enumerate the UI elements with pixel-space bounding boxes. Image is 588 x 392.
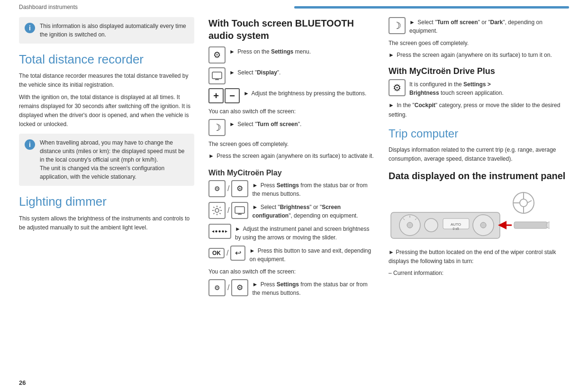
play-bright-pair: / — [208, 202, 248, 219]
instrument-svg: AUTO 0 s5 — [389, 186, 550, 243]
pressing-text: ► Pressing the button located on the end… — [389, 248, 569, 266]
svg-point-32 — [480, 222, 486, 228]
mid-step4-row: ☽ ► Select "Turn off screen". — [208, 119, 374, 136]
svg-point-16 — [520, 199, 527, 207]
play-gear-icon-2: ⚙ — [231, 180, 248, 197]
svg-line-8 — [214, 207, 215, 208]
trip-computer-title: Trip computer — [389, 127, 569, 141]
drive-gear-row: ⚙ It is configured in the Settings >Brig… — [389, 79, 569, 97]
slash-3: / — [226, 249, 228, 257]
minus-icon[interactable]: − — [225, 88, 240, 103]
plus-minus-icons: + − — [208, 88, 240, 103]
svg-line-10 — [220, 207, 221, 208]
lighting-dimmer-body: This system allows the brightness of the… — [19, 214, 194, 232]
settings-gear-icon: ⚙ — [208, 46, 226, 64]
mid-step2-text: ► Select "Display". — [229, 67, 280, 77]
touch-screen-heading: With Touch screen BLUETOOTH audio system — [208, 17, 374, 42]
right-turn-off-text: ► Select "Turn off screen" or "Dark", de… — [409, 17, 569, 35]
display-screen-icon — [208, 67, 226, 84]
play-step4-row: OK / ↩ ► Press this button to save and e… — [208, 246, 374, 264]
svg-line-20 — [527, 201, 532, 203]
svg-line-9 — [220, 213, 221, 214]
svg-text:0 s5: 0 s5 — [452, 227, 459, 230]
plus-icon[interactable]: + — [208, 88, 224, 103]
mid-step3-row: + − ► Adjust the brightness by pressing … — [208, 88, 374, 103]
current-info-text: – Current information: — [389, 269, 569, 278]
right-moon-icon: ☽ — [389, 17, 406, 34]
info-box-1: i This information is also displayed aut… — [19, 17, 194, 44]
play-step1-text: ► Press Settings from the status bar or … — [252, 180, 374, 198]
drive-step2-text: ► In the "Cockpit" category, press or mo… — [389, 101, 569, 119]
data-displayed-section: Data displayed on the instrument panel — [389, 170, 569, 278]
svg-rect-34 — [514, 222, 547, 228]
play-step4-text: ► Press this button to save and exit, de… — [249, 246, 374, 264]
svg-rect-12 — [235, 207, 244, 213]
mid-step3-text: ► Adjust the brightness by pressing the … — [244, 88, 366, 98]
accent-bar — [294, 6, 569, 9]
total-distance-body2: With the ignition on, the total distance… — [19, 93, 194, 129]
right-moon-row: ☽ ► Select "Turn off screen" or "Dark", … — [389, 17, 569, 35]
col-mid: With Touch screen BLUETOOTH audio system… — [208, 17, 374, 383]
slash-1: / — [227, 184, 229, 193]
drive-gear-icon: ⚙ — [389, 79, 406, 96]
lighting-dimmer-section: Lighting dimmer This system allows the b… — [19, 194, 194, 232]
instrument-illustration: AUTO 0 s5 — [389, 186, 569, 243]
play-step5-text: ► Press Settings from the status bar or … — [252, 279, 374, 297]
info-icon-2: i — [25, 139, 35, 150]
play-gear-icon-1: ⚙ — [208, 180, 226, 197]
play-step2-row: / ► Select "Brightness" or "Screen confi… — [208, 202, 374, 220]
info-text-2: When travelling abroad, you may have to … — [40, 138, 189, 181]
svg-point-26 — [407, 222, 413, 228]
page: Dashboard instruments i This information… — [0, 0, 588, 392]
back-arrow-icon: ↩ — [230, 246, 245, 261]
slash-4: / — [227, 283, 229, 292]
play-screen-icon — [231, 202, 248, 219]
play-step4b-text: You can also switch off the screen: — [208, 267, 374, 276]
play-gear-pair-2: ⚙ / ⚙ — [208, 279, 248, 296]
play-step3-row: ◂●●●▸ ► Adjust the instrument panel and … — [208, 224, 374, 242]
trip-computer-body: Displays information related to the curr… — [389, 146, 569, 164]
mid-step1-text: ► Press on the Settings menu. — [229, 46, 311, 56]
svg-text:AUTO: AUTO — [451, 222, 461, 227]
play-step2-text: ► Select "Brightness" or "Screen configu… — [252, 202, 374, 220]
info-icon-1: i — [25, 23, 35, 33]
page-number: 26 — [19, 379, 26, 386]
ok-back-pair: OK / ↩ — [208, 246, 245, 261]
total-distance-title: Total distance recorder — [19, 52, 194, 67]
right-screen-off-text: The screen goes off completely. — [389, 39, 569, 48]
slash-2: / — [227, 206, 229, 215]
svg-point-3 — [215, 209, 219, 212]
moon-icon: ☽ — [208, 119, 226, 136]
svg-rect-0 — [212, 72, 222, 79]
info-text-1: This information is also displayed autom… — [40, 22, 189, 39]
play-gear-icon-4: ⚙ — [231, 279, 248, 296]
top-bar: Dashboard instruments — [0, 0, 588, 12]
info-box-2: i When travelling abroad, you may have t… — [19, 134, 194, 186]
play-step3-text: ► Adjust the instrument panel and screen… — [235, 224, 374, 242]
ok-button-icon[interactable]: OK — [208, 248, 225, 258]
total-distance-section: Total distance recorder The total distan… — [19, 52, 194, 186]
mid-step5-text: ► Press the screen again (anywhere on it… — [208, 152, 374, 161]
total-distance-body1: The total distance recorder measures the… — [19, 72, 194, 90]
mycitroen-play-title: With MyCitroën Play — [208, 169, 374, 177]
content-area: i This information is also displayed aut… — [0, 12, 588, 392]
mid-step4-text: ► Select "Turn off screen". — [229, 119, 301, 128]
mid-step4b-text: The screen goes off completely. — [208, 140, 374, 149]
col-right: ☽ ► Select "Turn off screen" or "Dark", … — [389, 17, 569, 383]
brightness-icon — [208, 202, 226, 219]
drive-plus-title: With MyCitroën Drive Plus — [389, 66, 569, 76]
mid-step3b-text: You can also switch off the screen: — [208, 107, 374, 116]
dots-slider-icon: ◂●●●▸ — [208, 224, 231, 239]
data-displayed-title: Data displayed on the instrument panel — [389, 170, 569, 182]
page-section-title: Dashboard instruments — [19, 4, 294, 10]
svg-point-27 — [425, 219, 438, 232]
right-press-again-text: ► Press the screen again (anywhere on it… — [389, 51, 569, 60]
lighting-dimmer-title: Lighting dimmer — [19, 194, 194, 209]
play-step5-row: ⚙ / ⚙ ► Press Settings from the status b… — [208, 279, 374, 297]
col-left: i This information is also displayed aut… — [19, 17, 194, 383]
mid-step2-row: ► Select "Display". — [208, 67, 374, 84]
play-step1-row: ⚙ / ⚙ ► Press Settings from the status b… — [208, 180, 374, 198]
mid-step1-row: ⚙ ► Press on the Settings menu. — [208, 46, 374, 64]
play-gear-icon-3: ⚙ — [208, 279, 226, 296]
svg-line-11 — [214, 213, 215, 214]
